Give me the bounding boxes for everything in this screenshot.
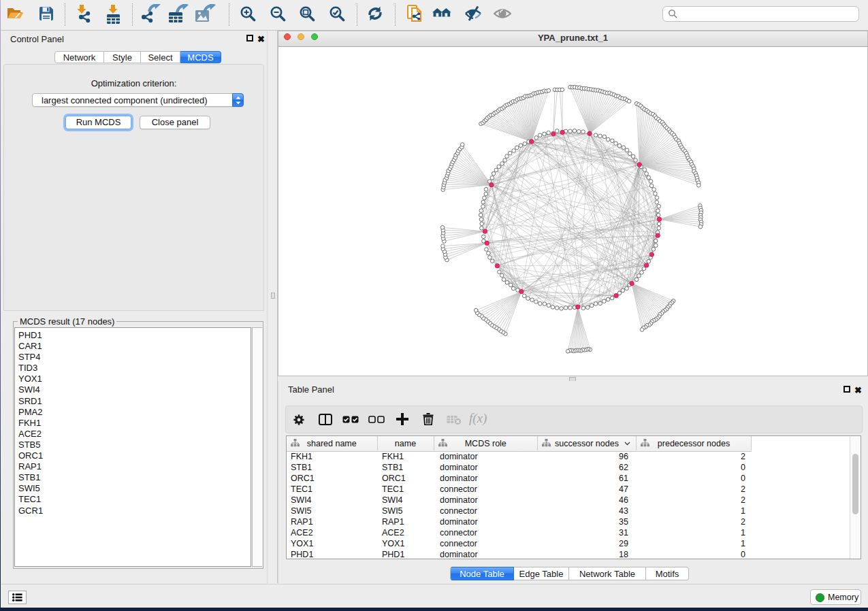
svg-text:f(x): f(x) (469, 412, 487, 426)
